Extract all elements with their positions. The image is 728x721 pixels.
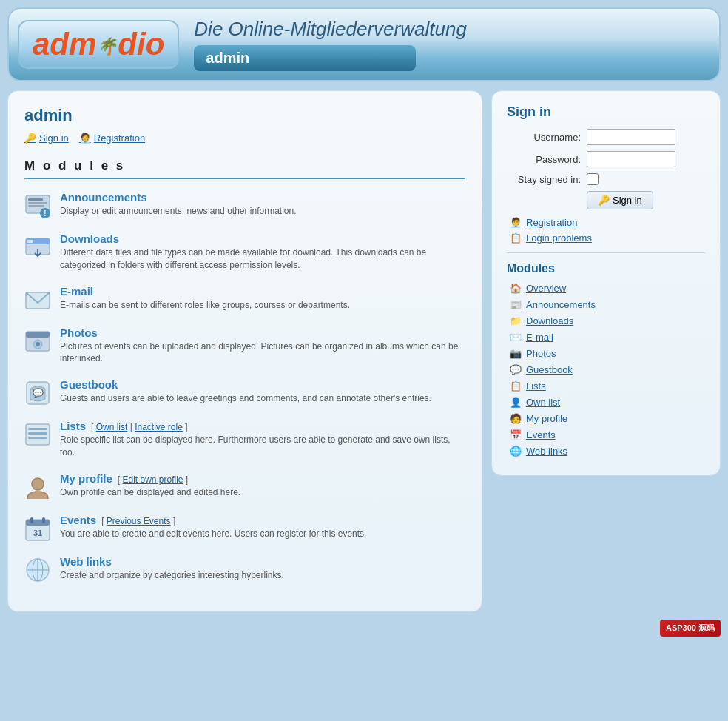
right-email-link[interactable]: E-mail (526, 332, 553, 343)
edit-own-profile-link[interactable]: Edit own profile (122, 474, 183, 485)
module-title-lists[interactable]: Lists (60, 420, 86, 432)
username-input[interactable] (587, 129, 675, 145)
panel-title: admin (24, 106, 465, 125)
module-desc-downloads: Different data files and file types can … (60, 247, 465, 272)
module-title-myprofile[interactable]: My profile (60, 472, 112, 485)
right-myprofile-link[interactable]: My profile (526, 413, 567, 424)
downloads-icon (24, 234, 51, 261)
left-panel: admin 🔑 Sign in 🧑‍💼 Registration M o d u… (7, 90, 482, 612)
module-item-myprofile: My profile [ Edit own profile ] Own prof… (24, 472, 465, 500)
right-events-link[interactable]: Events (526, 429, 556, 440)
right-module-photos: 📷 Photos (507, 348, 705, 359)
svg-text:!: ! (44, 209, 46, 218)
right-ownlist-link[interactable]: Own list (526, 397, 560, 408)
header-username: admin (206, 50, 249, 66)
module-title-weblinks[interactable]: Web links (60, 555, 112, 568)
module-desc-lists: Role specific list can be displayed here… (60, 434, 465, 459)
svg-rect-22 (26, 520, 50, 526)
module-content-guestbook: Guestbook Guests and users are able to l… (60, 378, 431, 405)
stay-signed-label: Stay signed in: (507, 174, 581, 185)
module-desc-events: You are able to create and edit events h… (60, 528, 366, 540)
svg-rect-18 (28, 432, 47, 435)
right-guestbook-icon: 💬 (510, 364, 522, 375)
svg-rect-2 (28, 202, 47, 204)
right-module-myprofile: 🧑 My profile (507, 413, 705, 424)
signin-section: Sign in Username: Password: Stay signed … (507, 104, 705, 244)
right-module-announcements: 📰 Announcements (507, 299, 705, 310)
lists-icon (24, 421, 51, 448)
module-title-photos[interactable]: Photos (60, 326, 98, 339)
logo-box: adm🌴dio (18, 20, 179, 69)
signin-button[interactable]: 🔑 Sign in (587, 191, 653, 209)
right-overview-link[interactable]: Overview (526, 283, 566, 294)
module-desc-email: E-mails can be sent to different roles l… (60, 299, 350, 312)
signin-title: Sign in (507, 104, 705, 120)
module-item-announcements: ! Announcements Display or edit announce… (24, 191, 465, 219)
module-desc-announcements: Display or edit announcements, news and … (60, 205, 297, 218)
svg-point-13 (36, 342, 40, 346)
myprofile-sub-links: [ Edit own profile ] (115, 474, 188, 485)
right-myprofile-icon: 🧑 (510, 413, 522, 424)
lists-sub-links: [ Own list | Inactive role ] (89, 422, 188, 432)
right-registration-row: 🧑‍💼 Registration (510, 217, 705, 228)
loginprob-icon: 📋 (510, 232, 522, 244)
password-input[interactable] (587, 151, 675, 167)
module-title-announcements[interactable]: Announcements (60, 191, 147, 204)
right-weblinks-link[interactable]: Web links (526, 446, 567, 457)
events-sub-links: [ Previous Events ] (99, 516, 175, 526)
right-module-guestbook: 💬 Guestbook (507, 364, 705, 375)
registration-link[interactable]: 🧑‍💼 Registration (79, 133, 145, 144)
main-layout: admin 🔑 Sign in 🧑‍💼 Registration M o d u… (7, 90, 721, 612)
signin-link[interactable]: 🔑 Sign in (24, 133, 69, 144)
right-announce-icon: 📰 (510, 299, 522, 310)
auth-links: 🔑 Sign in 🧑‍💼 Registration (24, 133, 465, 144)
module-content-events: Events [ Previous Events ] You are able … (60, 514, 366, 540)
key-icon-btn: 🔑 (598, 195, 610, 206)
stay-signed-row: Stay signed in: (507, 173, 705, 185)
module-item-photos: Photos Pictures of events can be uploade… (24, 326, 465, 366)
right-photos-link[interactable]: Photos (526, 348, 556, 359)
right-downloads-link[interactable]: Downloads (526, 315, 573, 326)
module-content-lists: Lists [ Own list | Inactive role ] Role … (60, 420, 465, 459)
email-icon (24, 286, 51, 313)
right-announcements-link[interactable]: Announcements (526, 299, 596, 310)
module-item-email: E-mail E-mails can be sent to different … (24, 285, 465, 313)
right-registration-link[interactable]: Registration (526, 217, 577, 228)
password-label: Password: (507, 154, 581, 165)
previous-events-link[interactable]: Previous Events (107, 516, 171, 526)
module-title-email[interactable]: E-mail (60, 285, 93, 298)
right-module-overview: 🏠 Overview (507, 283, 705, 294)
register-icon: 🧑‍💼 (79, 133, 91, 144)
right-email-icon: ✉️ (510, 332, 522, 343)
module-title-guestbook[interactable]: Guestbook (60, 378, 118, 391)
svg-text:💬: 💬 (33, 387, 44, 398)
svg-point-20 (32, 478, 44, 490)
module-content-weblinks: Web links Create and organize by categor… (60, 555, 284, 582)
events-icon: 31 (24, 515, 51, 542)
module-content-email: E-mail E-mails can be sent to different … (60, 285, 350, 312)
weblinks-icon (24, 557, 51, 583)
stay-signed-checkbox[interactable] (587, 173, 599, 185)
right-events-icon: 📅 (510, 429, 522, 440)
inactive-role-link[interactable]: Inactive role (135, 422, 183, 432)
right-module-lists: 📋 Lists (507, 380, 705, 392)
palm-icon: 🌴 (97, 38, 117, 55)
right-weblinks-icon: 🌐 (510, 446, 522, 457)
password-row: Password: (507, 151, 705, 167)
header-title-bar: Die Online-Mitgliederverwaltung admin (194, 18, 704, 71)
module-title-events[interactable]: Events (60, 514, 96, 526)
right-module-ownlist: 👤 Own list (507, 397, 705, 408)
myprofile-icon (24, 474, 51, 500)
right-module-downloads: 📁 Downloads (507, 315, 705, 326)
module-item-guestbook: 💬 Guestbook Guests and users are able to… (24, 378, 465, 406)
login-problems-link[interactable]: Login problems (526, 232, 592, 244)
right-guestbook-link[interactable]: Guestbook (526, 364, 573, 375)
svg-rect-8 (27, 240, 33, 243)
right-module-weblinks: 🌐 Web links (507, 446, 705, 457)
right-lists-link[interactable]: Lists (526, 380, 546, 392)
logo-text: adm🌴dio (33, 29, 164, 60)
own-list-link[interactable]: Own list (96, 422, 128, 432)
username-label: Username: (507, 132, 581, 143)
module-title-downloads[interactable]: Downloads (60, 232, 119, 245)
guestbook-icon: 💬 (24, 380, 51, 406)
